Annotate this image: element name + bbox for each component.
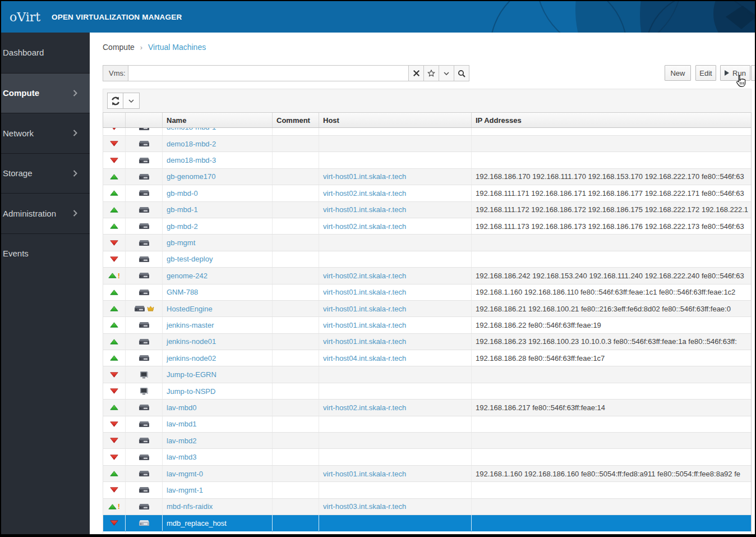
table-row[interactable]: demo18-mbd-3 xyxy=(103,152,751,168)
vm-name-link[interactable]: lav-mbd3 xyxy=(167,453,196,461)
vm-name-link[interactable]: demo18-mbd-1 xyxy=(167,128,216,131)
vm-name-link[interactable]: mbd-nfs-raidix xyxy=(167,502,213,511)
table-row[interactable]: lav-mbd1 xyxy=(103,416,751,433)
vm-name-link[interactable]: Jump-to-NSPD xyxy=(167,387,215,396)
table-row[interactable]: Jump-to-NSPD xyxy=(103,383,751,400)
table-row[interactable]: jenkins-master virt-host01.int.skala-r.t… xyxy=(103,317,751,333)
table-row[interactable]: jenkins-node02 virt-host04.int.skala-r.t… xyxy=(103,350,751,366)
vm-status-cell xyxy=(103,218,126,234)
vm-type-cell xyxy=(126,366,163,382)
vm-host-cell: virt-host01.int.skala-r.tech xyxy=(319,334,472,350)
vm-name-link[interactable]: jenkins-master xyxy=(167,321,214,329)
vm-host-link[interactable]: virt-host02.int.skala-r.tech xyxy=(323,272,406,280)
vm-name-link[interactable]: lav-mgmt-0 xyxy=(167,470,203,478)
column-header-name[interactable]: Name xyxy=(163,113,273,127)
vm-icon xyxy=(139,240,150,246)
table-row[interactable]: GNM-788 virt-host01.int.skala-r.tech 192… xyxy=(103,284,751,301)
vm-host-link[interactable]: virt-host01.int.skala-r.tech xyxy=(323,172,406,181)
table-row[interactable]: ! mbd-nfs-raidix virt-host03.int.skala-r… xyxy=(103,499,751,515)
vm-host-link[interactable]: virt-host01.int.skala-r.tech xyxy=(323,288,406,296)
vm-name-link[interactable]: genome-242 xyxy=(167,272,208,280)
table-row[interactable]: mdb_replace_host xyxy=(103,515,751,531)
sidebar-item-dashboard[interactable]: Dashboard xyxy=(1,33,90,73)
vm-name-link[interactable]: gb-test-deploy xyxy=(167,255,213,263)
vm-name-link[interactable]: jenkins-node01 xyxy=(167,337,216,346)
table-row[interactable]: HostedEngine virt-host01.int.skala-r.tec… xyxy=(103,301,751,317)
table-row[interactable]: ! genome-242 virt-host02.int.skala-r.tec… xyxy=(103,268,751,284)
vm-name-link[interactable]: demo18-mbd-2 xyxy=(167,140,216,148)
search-input[interactable] xyxy=(128,66,408,81)
sidebar-item-administration[interactable]: Administration xyxy=(1,193,90,233)
table-row[interactable]: lav-mbd2 xyxy=(103,433,751,449)
vm-name-link[interactable]: gb-mbd-1 xyxy=(167,205,198,214)
table-row[interactable]: gb-mgmt xyxy=(103,235,751,251)
table-row[interactable]: gb-mbd-1 virt-host01.int.skala-r.tech 19… xyxy=(103,202,751,218)
vm-host-cell: virt-host02.int.skala-r.tech xyxy=(319,268,472,283)
refresh-options-dropdown-button[interactable] xyxy=(123,93,140,109)
vm-name-link[interactable]: gb-genome170 xyxy=(167,172,215,181)
vm-status-cell xyxy=(103,202,126,218)
table-row[interactable]: demo18-mbd-2 xyxy=(103,136,751,152)
vm-host-link[interactable]: virt-host03.int.skala-r.tech xyxy=(323,502,406,511)
table-row-partial-bottom[interactable] xyxy=(103,531,751,534)
vm-comment-cell xyxy=(273,383,319,399)
table-row[interactable]: lav-mgmt-1 xyxy=(103,482,751,498)
sidebar-item-network[interactable]: Network xyxy=(1,113,90,153)
vm-name-link[interactable]: lav-mgmt-1 xyxy=(167,486,203,494)
search-history-dropdown-button[interactable] xyxy=(439,66,454,81)
table-row[interactable]: Jump-to-EGRN xyxy=(103,366,751,383)
ovirt-logo[interactable]: oVirt xyxy=(10,10,40,24)
vm-host-link[interactable]: virt-host01.int.skala-r.tech xyxy=(323,305,406,313)
sidebar-item-storage[interactable]: Storage xyxy=(1,153,90,194)
refresh-button[interactable] xyxy=(107,93,123,109)
vm-host-link[interactable]: virt-host02.int.skala-r.tech xyxy=(323,222,406,231)
vm-name-cell: GNM-788 xyxy=(163,284,273,300)
vm-name-link[interactable]: demo18-mbd-3 xyxy=(167,156,216,164)
vm-name-link[interactable]: lav-mbd2 xyxy=(167,437,196,445)
table-row[interactable]: gb-genome170 virt-host01.int.skala-r.tec… xyxy=(103,169,751,185)
vm-name-cell: jenkins-node02 xyxy=(163,350,273,366)
table-row[interactable]: gb-test-deploy xyxy=(103,251,751,268)
vm-comment-cell xyxy=(273,128,319,135)
column-header-host[interactable]: Host xyxy=(319,113,472,127)
vm-name-link[interactable]: HostedEngine xyxy=(167,305,213,313)
table-row[interactable]: lav-mbd3 xyxy=(103,449,751,465)
vm-host-link[interactable]: virt-host02.int.skala-r.tech xyxy=(323,403,406,412)
vm-name-link[interactable]: gb-mgmt xyxy=(167,238,195,247)
table-row[interactable]: lav-mgmt-0 virt-host01.int.skala-r.tech … xyxy=(103,466,751,482)
vm-name-link[interactable]: jenkins-node02 xyxy=(167,354,216,362)
new-vm-button[interactable]: New xyxy=(665,65,691,81)
breadcrumb-page-link[interactable]: Virtual Machines xyxy=(148,43,206,52)
table-row[interactable]: jenkins-node01 virt-host01.int.skala-r.t… xyxy=(103,334,751,350)
table-row[interactable]: gb-mbd-0 virt-host02.int.skala-r.tech 19… xyxy=(103,185,751,201)
search-submit-button[interactable] xyxy=(454,66,469,81)
vm-host-link[interactable]: virt-host04.int.skala-r.tech xyxy=(323,354,406,362)
vm-host-cell xyxy=(319,416,472,432)
vm-name-link[interactable]: lav-mbd1 xyxy=(167,420,196,428)
next-action-button-clipped[interactable] xyxy=(751,65,755,81)
vm-name-link[interactable]: mdb_replace_host xyxy=(167,519,227,527)
table-row[interactable]: gb-mbd-2 virt-host02.int.skala-r.tech 19… xyxy=(103,218,751,235)
vm-host-link[interactable]: virt-host01.int.skala-r.tech xyxy=(323,337,406,346)
vm-name-link[interactable]: GNM-788 xyxy=(167,288,198,296)
vm-name-link[interactable]: gb-mbd-0 xyxy=(167,189,198,198)
column-header-ip[interactable]: IP Addresses xyxy=(472,113,751,127)
app-window: oVirt OPEN VIRTUALIZATION MANAGER Dashbo… xyxy=(1,1,755,534)
vm-name-link[interactable]: lav-mbd0 xyxy=(167,403,196,412)
vm-host-cell: virt-host02.int.skala-r.tech xyxy=(319,185,472,201)
table-row[interactable]: lav-mbd0 virt-host02.int.skala-r.tech 19… xyxy=(103,400,751,416)
search-clear-button[interactable] xyxy=(408,66,423,81)
vm-ip-cell xyxy=(472,499,751,515)
table-row[interactable]: demo18-mbd-1 xyxy=(103,128,751,136)
vm-host-link[interactable]: virt-host02.int.skala-r.tech xyxy=(323,189,406,198)
search-bookmark-button[interactable] xyxy=(423,66,439,81)
vm-host-link[interactable]: virt-host01.int.skala-r.tech xyxy=(323,470,406,478)
sidebar-item-events[interactable]: Events xyxy=(1,233,90,274)
vm-name-link[interactable]: Jump-to-EGRN xyxy=(167,370,216,379)
vm-host-link[interactable]: virt-host01.int.skala-r.tech xyxy=(323,321,406,329)
vm-host-link[interactable]: virt-host01.int.skala-r.tech xyxy=(323,205,406,214)
vm-name-link[interactable]: gb-mbd-2 xyxy=(167,222,198,231)
sidebar-item-compute[interactable]: Compute xyxy=(1,73,90,113)
edit-vm-button[interactable]: Edit xyxy=(695,65,716,81)
column-header-comment[interactable]: Comment xyxy=(273,113,319,127)
